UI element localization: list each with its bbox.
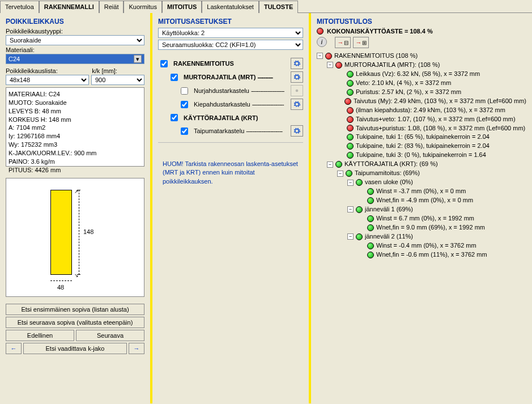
status-dot-icon	[367, 188, 374, 195]
tree-row[interactable]: Leikkaus (Vz): 6.32 kN, (58 %), x = 3372…	[317, 70, 526, 79]
tree-label: Winst = -0.4 mm (0%), x = 3762 mm	[376, 241, 476, 250]
status-dot-icon	[356, 179, 363, 186]
type-select[interactable]: Suorakaide	[6, 35, 144, 45]
tree-label: Taivutus (My): 2.49 kNm, (103 %), x = 33…	[354, 97, 526, 106]
gear-icon[interactable]	[291, 71, 303, 83]
tree-expander-icon[interactable]: −	[317, 53, 323, 59]
gear-icon[interactable]	[291, 99, 303, 110]
gear-icon[interactable]	[291, 58, 303, 69]
tab-tuloste[interactable]: TULOSTE	[259, 1, 298, 13]
tab-reiät[interactable]: Reiät	[99, 1, 124, 13]
dim-line-horizontal	[50, 280, 72, 281]
arrow-left-button[interactable]: ←	[6, 343, 22, 354]
structural-design-check[interactable]	[160, 60, 168, 67]
status-dot-icon	[335, 161, 342, 168]
results-tree: −RAKENNEMITOITUS (108 %)−MURTORAJATILA (…	[317, 52, 526, 260]
tree-label: Tukipaine, tuki 1: (65 %), tukipainekerr…	[356, 133, 490, 142]
status-dot-icon	[346, 170, 352, 177]
tab-laskentatulokset[interactable]: Laskentatulokset	[202, 1, 259, 13]
consequence-class-select[interactable]: Seuraamusluokka: CC2 (KFI=1.0)	[158, 40, 303, 50]
material-select[interactable]: C24 ▾	[6, 54, 144, 64]
status-dot-icon	[344, 98, 351, 105]
tree-row[interactable]: Wnet,fin = -4.9 mm (0%), x = 0 mm	[317, 196, 526, 205]
tree-expander-icon[interactable]: −	[347, 206, 354, 212]
gear-icon[interactable]	[291, 125, 303, 137]
type-label: Poikkileikkaustyyppi:	[6, 28, 144, 35]
tree-row[interactable]: Puristus: 2.57 kN, (2 %), x = 3372 mm	[317, 88, 526, 97]
tree-label: Veto: 2.10 kN, (4 %), x = 3372 mm	[356, 79, 451, 88]
gear-icon	[291, 85, 303, 96]
cross-section-title: POIKKILEIKKAUS	[6, 18, 144, 25]
tree-label: jänneväli 2 (11%)	[365, 232, 413, 241]
find-next-button[interactable]: Etsi seuraava sopiva (valitusta eteenpäi…	[6, 317, 144, 328]
tree-row[interactable]: −RAKENNEMITOITUS (108 %)	[317, 52, 526, 61]
tree-row[interactable]: Winst = -0.4 mm (0%), x = 3762 mm	[317, 241, 526, 250]
tab-kuormitus[interactable]: Kuormitus	[124, 1, 162, 13]
tree-label: Taivutus+veto: 1.07, (107 %), x = 3372 m…	[356, 115, 516, 124]
tree-row[interactable]: −MURTORAJATILA (MRT): (108 %)	[317, 61, 526, 70]
status-dot-icon	[347, 152, 354, 159]
arrow-right-button[interactable]: →	[129, 343, 144, 354]
tree-label: Taivutus+puristus: 1.08, (108 %), x = 33…	[356, 124, 525, 133]
tab-tervetuloa[interactable]: Tervetuloa	[0, 1, 39, 13]
tree-expander-icon[interactable]: −	[347, 180, 354, 186]
status-dot-icon	[356, 206, 363, 213]
status-dot-icon	[367, 252, 374, 258]
tree-row[interactable]: −Taipumamitoitus: (69%)	[317, 169, 526, 178]
tree-row[interactable]: Winst = -3.7 mm (0%), x = 0 mm	[317, 187, 526, 196]
tree-row[interactable]: Tukipaine, tuki 2: (83 %), tukipainekerr…	[317, 142, 526, 151]
tree-label: RAKENNEMITOITUS (108 %)	[334, 52, 418, 61]
mrt-check[interactable]	[171, 74, 178, 81]
info-line: PITUUS: 4426 mm	[8, 166, 142, 175]
tree-expander-icon[interactable]: −	[337, 171, 343, 177]
buckling-check[interactable]	[181, 87, 188, 95]
tree-row[interactable]: Taivutus+veto: 1.07, (107 %), x = 3372 m…	[317, 115, 526, 124]
tree-row[interactable]: Wnet,fin = -0.6 mm (11%), x = 3762 mm	[317, 250, 526, 260]
status-dot-icon	[325, 53, 332, 59]
kk-select[interactable]: 900	[91, 75, 144, 85]
next-button[interactable]: Seuraava	[76, 330, 144, 341]
deflection-check[interactable]	[181, 127, 188, 135]
info-button[interactable]: i	[317, 37, 327, 47]
tree-expander-icon[interactable]: −	[347, 233, 354, 240]
ltb-check[interactable]	[181, 101, 188, 108]
tab-bar: TervetuloaRAKENNEMALLIReiätKuormitusMITO…	[0, 0, 532, 13]
kk-label: k/k [mm]:	[92, 67, 144, 74]
tree-label: (ilman kiepahdusta): 2.49 kNm, (103 %), …	[356, 106, 505, 115]
find-first-button[interactable]: Etsi ensimmäinen sopiva (listan alusta)	[6, 304, 144, 315]
dim-arrow-icon: ↗	[74, 189, 79, 194]
find-kjako-button[interactable]: Etsi vaadittava k-jako	[23, 343, 127, 354]
chevron-down-icon: ▾	[134, 55, 142, 63]
tree-row[interactable]: −jänneväli 1 (69%)	[317, 205, 526, 214]
tree-row[interactable]: Veto: 2.10 kN, (4 %), x = 3372 mm	[317, 79, 526, 88]
tab-mitoitus[interactable]: MITOITUS	[162, 1, 202, 13]
info-line: MATERIAALI: C24	[8, 90, 142, 99]
status-dot-icon	[367, 197, 374, 204]
status-dot-icon	[347, 134, 354, 141]
collapse-button[interactable]: →⊟	[335, 37, 351, 48]
profile-list-select[interactable]: 48x148	[6, 75, 89, 85]
tree-row[interactable]: −vasen uloke (0%)	[317, 178, 526, 187]
tree-expander-icon[interactable]: −	[327, 161, 333, 168]
prev-button[interactable]: Edellinen	[6, 330, 74, 341]
status-dot-icon	[347, 80, 354, 87]
krt-check[interactable]	[171, 114, 178, 121]
ltb-label: Kiepahdustarkastelu --------------------…	[194, 101, 287, 108]
tree-row[interactable]: Taivutus+puristus: 1.08, (108 %), x = 33…	[317, 124, 526, 133]
tree-row[interactable]: −jänneväli 2 (11%)	[317, 232, 526, 241]
tree-expander-icon[interactable]: −	[327, 62, 333, 68]
tree-row[interactable]: Tukipaine, tuki 1: (65 %), tukipainekerr…	[317, 133, 526, 142]
dim-arrow-icon: ↘	[74, 273, 79, 278]
profile-diagram: ↗ ↘ 148 48	[6, 178, 144, 297]
tree-row[interactable]: Winst = 6.7 mm (0%), x = 1992 mm	[317, 214, 526, 223]
tree-row[interactable]: −KÄYTTÖRAJATILA (KRT): (69 %)	[317, 160, 526, 169]
status-dot-icon	[347, 107, 354, 114]
tree-row[interactable]: Wnet,fin = 9.0 mm (69%), x = 1992 mm	[317, 223, 526, 232]
expand-button[interactable]: →⊞	[353, 37, 369, 48]
tree-row[interactable]: Taivutus (My): 2.49 kNm, (103 %), x = 33…	[317, 97, 526, 106]
service-class-select[interactable]: Käyttöluokka: 2	[158, 28, 303, 38]
tab-rakennemalli[interactable]: RAKENNEMALLI	[39, 1, 99, 13]
tree-label: Wnet,fin = -4.9 mm (0%), x = 0 mm	[376, 196, 473, 205]
tree-row[interactable]: (ilman kiepahdusta): 2.49 kNm, (103 %), …	[317, 106, 526, 115]
tree-row[interactable]: Tukipaine, tuki 3: (0 %), tukipainekerro…	[317, 151, 526, 160]
